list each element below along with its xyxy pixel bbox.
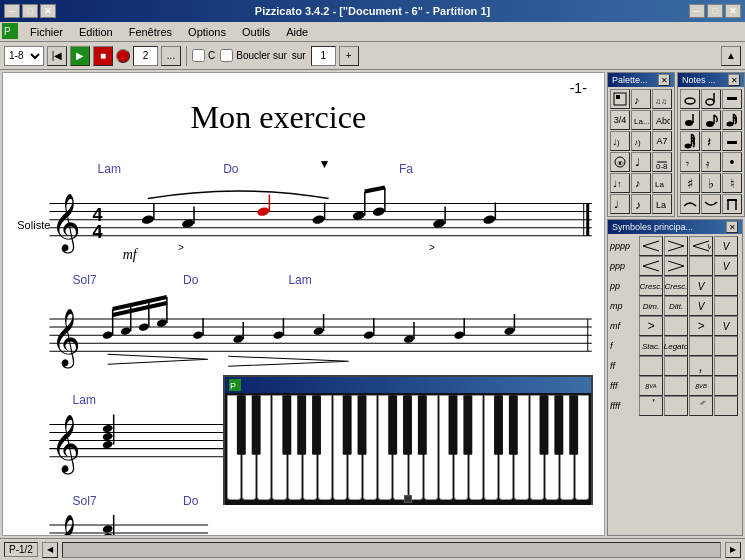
sym-e1-ffff[interactable] <box>664 396 688 416</box>
white-key[interactable] <box>227 395 241 500</box>
sym-v-pp[interactable]: V <box>689 276 713 296</box>
sym-v-mf[interactable]: V <box>714 316 738 336</box>
note-half[interactable] <box>701 89 721 109</box>
rest-16th[interactable]: 𝄿 <box>701 152 721 172</box>
palette-btn-7[interactable]: ♩) <box>610 131 630 151</box>
sym-ditt-mp[interactable]: Ditt. <box>664 296 688 316</box>
sym-acc-mf[interactable]: > <box>639 316 663 336</box>
white-key[interactable] <box>393 395 407 500</box>
palette-btn-6[interactable]: Abc <box>652 110 672 130</box>
palette-btn-17[interactable]: ♪ <box>631 194 651 214</box>
palette-btn-8[interactable]: ♪) <box>631 131 651 151</box>
white-key[interactable] <box>469 395 483 500</box>
sym-8vb-fff[interactable]: 8VB <box>689 376 713 396</box>
white-key[interactable] <box>499 395 513 500</box>
note-quarter[interactable] <box>680 110 700 130</box>
range-select[interactable]: 1-8 <box>4 46 44 66</box>
rewind-btn[interactable]: |◀ <box>47 46 67 66</box>
white-key[interactable] <box>288 395 302 500</box>
palette-btn-15[interactable]: La <box>652 173 672 193</box>
sym-fermata-ffff[interactable]: 𝄒 <box>639 396 663 416</box>
white-key[interactable] <box>439 395 453 500</box>
rest-quarter[interactable]: 𝄽 <box>701 131 721 151</box>
menu-outils[interactable]: Outils <box>234 24 278 40</box>
sym-cresc-ppp[interactable] <box>639 256 663 276</box>
sym-e3-ff[interactable] <box>714 356 738 376</box>
white-key[interactable] <box>242 395 256 500</box>
note-16th[interactable] <box>722 110 742 130</box>
check2[interactable] <box>220 49 233 62</box>
palette-btn-18[interactable]: La <box>652 194 672 214</box>
dot-btn[interactable]: • <box>722 152 742 172</box>
white-key[interactable] <box>348 395 362 500</box>
sym-v2-ppp[interactable]: V <box>714 256 738 276</box>
menu-fenetres[interactable]: Fenêtres <box>121 24 180 40</box>
record-btn[interactable] <box>116 49 130 63</box>
sym-e2-fff[interactable] <box>714 376 738 396</box>
rest-half[interactable] <box>722 131 742 151</box>
rest-whole[interactable] <box>722 89 742 109</box>
palette-btn-5[interactable]: La... <box>631 110 651 130</box>
slur-btn[interactable] <box>701 194 721 214</box>
notes-close-btn[interactable]: ✕ <box>728 74 740 86</box>
track-input[interactable] <box>133 46 158 66</box>
white-key[interactable] <box>272 395 286 500</box>
scroll-up-btn[interactable]: ▲ <box>721 46 741 66</box>
palette-btn-3[interactable]: ♫♫ <box>652 89 672 109</box>
sym-empty-mp[interactable] <box>714 296 738 316</box>
app-close-btn[interactable]: ✕ <box>725 4 741 18</box>
app-maximize-btn[interactable]: □ <box>707 4 723 18</box>
note-32nd[interactable] <box>680 131 700 151</box>
palette-btn-4[interactable]: 3/4 <box>610 110 630 130</box>
sym-stac-f[interactable]: Stac. <box>639 336 663 356</box>
sym-empty2-pp[interactable] <box>714 276 738 296</box>
white-key[interactable] <box>514 395 528 500</box>
sym-e2-f[interactable] <box>714 336 738 356</box>
white-key[interactable] <box>545 395 559 500</box>
palette-btn-1[interactable] <box>610 89 630 109</box>
stop-btn[interactable]: ■ <box>93 46 113 66</box>
sym-decresc-ppp[interactable] <box>664 256 688 276</box>
app-minimize-btn[interactable]: ─ <box>689 4 705 18</box>
palette-btn-2[interactable]: ♪ <box>631 89 651 109</box>
loop-value[interactable] <box>311 46 336 66</box>
palette-btn-11[interactable]: ♩ <box>631 152 651 172</box>
white-key[interactable] <box>257 395 271 500</box>
palette-btn-12[interactable]: 0-8 <box>652 152 672 172</box>
sym-e1-f[interactable] <box>689 336 713 356</box>
palette-btn-9[interactable]: A7 <box>652 131 672 151</box>
sym-decresc-pppp[interactable] <box>664 236 688 256</box>
white-key[interactable] <box>484 395 498 500</box>
sym-cresc-pp[interactable]: Cresc. <box>639 276 663 296</box>
sym-dim-mp[interactable]: Dim. <box>639 296 663 316</box>
sym-v-mp[interactable]: V <box>689 296 713 316</box>
sym-e1-ff[interactable] <box>639 356 663 376</box>
sym-comma-ff[interactable]: , <box>689 356 713 376</box>
loop-plus-btn[interactable]: + <box>339 46 359 66</box>
sharp-btn[interactable]: ♯ <box>680 173 700 193</box>
palette-close-btn[interactable]: ✕ <box>658 74 670 86</box>
scroll-right-btn[interactable]: ▶ <box>725 542 741 558</box>
white-key[interactable] <box>454 395 468 500</box>
white-key[interactable] <box>303 395 317 500</box>
minimize-btn[interactable]: ─ <box>4 4 20 18</box>
white-key[interactable] <box>409 395 423 500</box>
white-key[interactable] <box>318 395 332 500</box>
sym-empty-mf[interactable] <box>664 316 688 336</box>
menu-edition[interactable]: Edition <box>71 24 121 40</box>
close-btn[interactable]: ✕ <box>40 4 56 18</box>
sym-legato-f[interactable]: Legato <box>664 336 688 356</box>
white-key[interactable] <box>424 395 438 500</box>
sym-e2-ffff[interactable] <box>714 396 738 416</box>
score-area[interactable]: -1- Mon exercice Lam Do ▼ Fa Soliste 𝄞 <box>2 72 605 536</box>
sym-e1-fff[interactable] <box>664 376 688 396</box>
white-key[interactable] <box>575 395 589 500</box>
natural-btn[interactable]: ♮ <box>722 173 742 193</box>
flat-btn[interactable]: ♭ <box>701 173 721 193</box>
sym-cresc2-pppp[interactable]: V <box>689 236 713 256</box>
white-key[interactable] <box>530 395 544 500</box>
palette-btn-16[interactable]: ♩ <box>610 194 630 214</box>
palette-btn-13[interactable]: ♩↑ <box>610 173 630 193</box>
white-key[interactable] <box>363 395 377 500</box>
sym-acc2-mf[interactable]: > <box>689 316 713 336</box>
